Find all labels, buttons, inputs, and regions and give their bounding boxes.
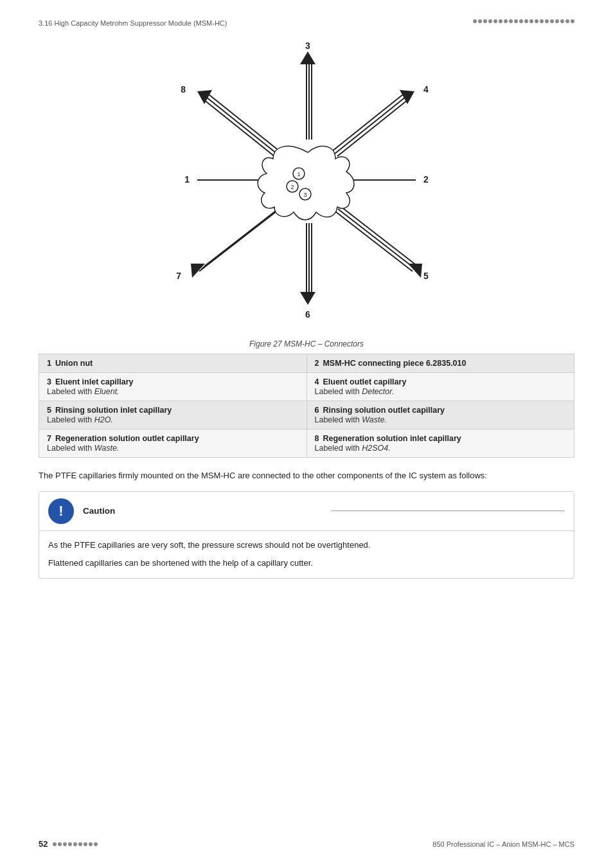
svg-line-8	[332, 95, 403, 151]
cell-number: 2	[315, 359, 319, 368]
footer-dot	[73, 842, 77, 846]
cell-number: 6	[315, 406, 319, 415]
header-dot	[514, 19, 518, 23]
footer-dot	[84, 842, 87, 846]
footer-left: 52	[39, 839, 98, 849]
header-dot	[545, 19, 549, 23]
svg-marker-19	[197, 90, 212, 104]
svg-text:4: 4	[423, 84, 429, 95]
header-dots-container	[473, 19, 574, 23]
cell-title: Eluent inlet capillary	[55, 377, 134, 386]
table-cell-right-3: 8Regeneration solution inlet capillaryLa…	[306, 429, 574, 458]
cell-number: 3	[47, 377, 51, 386]
table-cell-left-3: 7Regeneration solution outlet capillaryL…	[39, 429, 307, 458]
svg-marker-11	[400, 90, 414, 104]
table-cell-right-2: 6Rinsing solution outlet capillaryLabele…	[306, 401, 574, 429]
cell-sub: Labeled with Waste.	[47, 444, 299, 453]
caution-line2: Flattened capillaries can be shortened w…	[48, 557, 565, 570]
svg-text:8: 8	[181, 84, 186, 95]
footer-dots	[53, 842, 98, 846]
header-dot	[504, 19, 508, 23]
table-row: 3Eluent inlet capillaryLabeled with Elue…	[39, 373, 574, 401]
caution-title: Caution	[83, 506, 317, 516]
header-dot	[509, 19, 513, 23]
header-dot	[560, 19, 564, 23]
footer-dot	[63, 842, 67, 846]
footer-title: 850 Professional IC – Anion MSM-HC – MCS	[432, 840, 574, 848]
cell-title: Regeneration solution outlet capillary	[55, 434, 199, 443]
figure-caption: Figure 27 MSM-HC – Connectors	[249, 339, 364, 348]
header-dot	[493, 19, 497, 23]
svg-line-17	[206, 97, 277, 154]
table-row: 7Regeneration solution outlet capillaryL…	[39, 429, 574, 458]
header-dot	[535, 19, 538, 23]
table-cell-left-1: 3Eluent inlet capillaryLabeled with Elue…	[39, 373, 307, 401]
svg-line-9	[335, 97, 405, 154]
header-dot	[483, 19, 487, 23]
caution-header: ! Caution	[39, 492, 574, 531]
header-dot	[488, 19, 492, 23]
table-row: 5Rinsing solution inlet capillaryLabeled…	[39, 401, 574, 429]
header-dot	[571, 19, 574, 23]
cell-number: 4	[315, 377, 319, 386]
cell-sub-italic: Eluent.	[94, 387, 120, 396]
svg-marker-3	[300, 51, 315, 64]
svg-line-18	[204, 100, 274, 156]
svg-line-22	[204, 206, 281, 266]
table-cell-right-0: 2MSM-HC connecting piece 6.2835.010	[306, 354, 574, 373]
header-dot	[473, 19, 477, 23]
cell-title: Rinsing solution outlet capillary	[323, 406, 445, 415]
cell-title: MSM-HC connecting piece 6.2835.010	[323, 359, 466, 368]
cell-sub-italic: Detector.	[362, 387, 394, 396]
caution-icon: !	[48, 498, 74, 524]
cell-sub-italic: Waste.	[362, 415, 387, 424]
header: 3.16 High Capacity Metrohm Suppressor Mo…	[39, 19, 574, 27]
cell-sub: Labeled with Eluent.	[47, 387, 299, 396]
svg-text:1: 1	[297, 171, 300, 177]
cell-title: Rinsing solution inlet capillary	[55, 406, 172, 415]
cell-title: Regeneration solution inlet capillary	[323, 434, 461, 443]
footer-dot	[94, 842, 98, 846]
cell-number: 8	[315, 434, 319, 443]
cell-sub-italic: Waste.	[94, 444, 120, 453]
header-dot	[565, 19, 569, 23]
header-dot	[478, 19, 482, 23]
cell-sub: Labeled with Waste.	[315, 415, 567, 424]
svg-text:2: 2	[423, 174, 429, 185]
svg-line-10	[337, 100, 408, 156]
svg-line-12	[335, 212, 413, 271]
cell-sub: Labeled with H2O.	[47, 415, 299, 424]
footer-dot	[68, 842, 72, 846]
footer-dot	[89, 842, 93, 846]
header-dot	[499, 19, 502, 23]
svg-text:7: 7	[176, 271, 181, 281]
cell-sub: Labeled with Detector.	[315, 387, 567, 396]
footer-dot	[78, 842, 82, 846]
svg-text:2: 2	[290, 184, 294, 190]
cell-number: 5	[47, 406, 51, 415]
svg-text:1: 1	[184, 174, 190, 185]
connector-table: 1Union nut2MSM-HC connecting piece 6.283…	[39, 354, 574, 458]
footer-dot	[58, 842, 62, 846]
header-dot	[524, 19, 528, 23]
caution-divider-line	[331, 511, 565, 511]
body-text: The PTFE capillaries firmly mounted on t…	[39, 469, 574, 482]
header-dots	[473, 19, 574, 23]
footer: 52 850 Professional IC – Anion MSM-HC – …	[39, 839, 574, 849]
caution-body: As the PTFE capillaries are very soft, t…	[39, 531, 574, 579]
svg-text:3: 3	[305, 41, 310, 51]
caution-exclamation: !	[58, 504, 63, 518]
cell-sub-italic: H2SO4.	[362, 444, 390, 453]
caution-line1: As the PTFE capillaries are very soft, t…	[48, 539, 565, 552]
cell-number: 7	[47, 434, 51, 443]
page: 3.16 High Capacity Metrohm Suppressor Mo…	[0, 0, 613, 868]
svg-marker-7	[300, 292, 315, 305]
cell-title: Eluent outlet capillary	[323, 377, 406, 386]
caution-box: ! Caution As the PTFE capillaries are ve…	[39, 491, 574, 579]
svg-text:5: 5	[423, 271, 429, 281]
svg-line-13	[338, 209, 415, 269]
header-dot	[540, 19, 544, 23]
svg-text:6: 6	[305, 309, 310, 320]
table-row: 1Union nut2MSM-HC connecting piece 6.283…	[39, 354, 574, 373]
diagram-container: 1 2 3 3 6 4 5 8 7 1 2	[146, 40, 467, 336]
